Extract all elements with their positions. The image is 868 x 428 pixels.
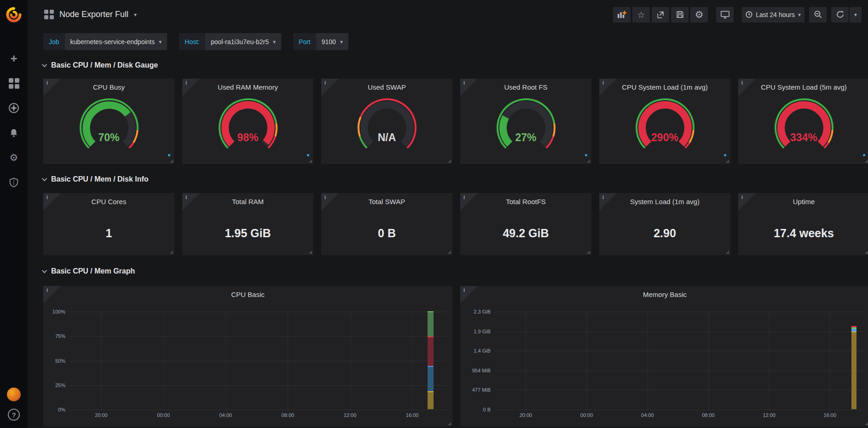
host-variable-label: Host: xyxy=(179,33,205,50)
panel-info-icon[interactable]: i xyxy=(741,194,743,200)
user-avatar[interactable] xyxy=(7,388,21,401)
panel-resize-handle[interactable] xyxy=(865,160,868,163)
panel-info-icon[interactable]: i xyxy=(741,80,743,86)
stacked-series-spike xyxy=(428,311,434,409)
refresh-button[interactable] xyxy=(831,7,849,23)
time-range-picker[interactable]: Last 24 hours ▾ xyxy=(742,7,804,23)
explore-compass-icon[interactable] xyxy=(8,103,19,114)
server-admin-shield-icon[interactable] xyxy=(8,177,19,188)
panel-resize-handle[interactable] xyxy=(587,160,590,163)
panel-title[interactable]: Total RootFS xyxy=(460,193,591,205)
y-axis-label: 0% xyxy=(43,407,65,412)
panel-resize-handle[interactable] xyxy=(448,160,451,163)
panel-title[interactable]: Total SWAP xyxy=(321,193,452,205)
graph-panel-memory-basic[interactable]: Memory Basic2.3 GiB1.9 GiB1.4 GiB954 MiB… xyxy=(460,286,868,427)
panel-info-icon[interactable]: i xyxy=(324,80,326,86)
port-variable-dropdown[interactable]: Port 9100▾ xyxy=(293,33,348,50)
stat-panel[interactable]: CPU Cores1i xyxy=(43,193,174,255)
graph-panel-cpu-basic[interactable]: CPU Basic100%75%50%25%0%20:0000:0004:000… xyxy=(43,286,452,427)
panel-info-icon[interactable]: i xyxy=(463,194,465,200)
gauge-value: 290% xyxy=(599,131,730,144)
gauge-panel[interactable]: Used SWAPN/Ai xyxy=(321,79,452,164)
graph-row: CPU Basic100%75%50%25%0%20:0000:0004:000… xyxy=(43,286,868,427)
section-gauge-header[interactable]: Basic CPU / Mem / Disk Gauge xyxy=(43,60,868,70)
panel-info-icon[interactable]: i xyxy=(602,194,604,200)
dashboards-icon[interactable] xyxy=(8,78,19,89)
grafana-logo[interactable] xyxy=(0,0,28,29)
configuration-gear-icon[interactable]: ⚙ xyxy=(8,152,19,163)
panel-resize-handle[interactable] xyxy=(170,251,173,254)
zoom-out-button[interactable] xyxy=(809,7,827,23)
panel-title[interactable]: Used SWAP xyxy=(321,79,452,91)
x-axis-label: 00:00 xyxy=(580,412,593,418)
help-icon[interactable]: ? xyxy=(8,409,20,421)
share-button[interactable] xyxy=(652,7,669,23)
panel-info-icon[interactable]: i xyxy=(463,287,465,293)
plot-area[interactable]: 100%75%50%25%0%20:0000:0004:0008:0012:00… xyxy=(69,312,448,410)
panel-info-icon[interactable]: i xyxy=(602,80,604,86)
panel-resize-handle[interactable] xyxy=(726,251,729,254)
x-axis-label: 20:00 xyxy=(520,412,532,418)
create-icon[interactable]: + xyxy=(8,53,19,64)
gauge-panel[interactable]: CPU System Load (1m avg)290%i xyxy=(599,79,730,164)
section-graph-header[interactable]: Basic CPU / Mem Graph xyxy=(43,266,868,276)
y-gridline xyxy=(494,312,865,312)
panel-title[interactable]: Used RAM Memory xyxy=(182,79,313,91)
title-dropdown-caret-icon[interactable]: ▾ xyxy=(134,11,137,18)
add-panel-button[interactable] xyxy=(613,7,631,23)
panel-resize-handle[interactable] xyxy=(865,422,868,425)
panel-info-fold xyxy=(43,193,61,211)
section-info-header[interactable]: Basic CPU / Mem / Disk Info xyxy=(43,174,868,184)
refresh-interval-dropdown[interactable]: ▾ xyxy=(850,7,862,23)
panel-title[interactable]: CPU Busy xyxy=(43,79,174,91)
panel-resize-handle[interactable] xyxy=(309,160,312,163)
panel-info-icon[interactable]: i xyxy=(46,194,48,200)
x-axis-label: 08:00 xyxy=(282,412,295,418)
star-button[interactable]: ☆ xyxy=(632,7,650,23)
gauge-panel[interactable]: CPU System Load (5m avg)334%i xyxy=(738,79,868,164)
panel-title[interactable]: Used Root FS xyxy=(460,79,591,91)
save-button[interactable] xyxy=(671,7,689,23)
panel-resize-handle[interactable] xyxy=(587,251,590,254)
stat-panel[interactable]: Uptime17.4 weeksi xyxy=(738,193,868,255)
panel-resize-handle[interactable] xyxy=(170,160,173,163)
panel-title[interactable]: CPU System Load (1m avg) xyxy=(599,79,730,91)
dashboard-settings-button[interactable]: ⚙ xyxy=(690,7,708,23)
panel-title[interactable]: Total RAM xyxy=(182,193,313,205)
panel-info-icon[interactable]: i xyxy=(46,80,48,86)
gauge-panel[interactable]: Used RAM Memory98%i xyxy=(182,79,313,164)
panel-title[interactable]: CPU System Load (5m avg) xyxy=(738,79,868,91)
panel-title[interactable]: CPU Basic xyxy=(43,286,452,298)
panel-title[interactable]: Uptime xyxy=(738,193,868,205)
host-variable-value: pool-ra1i3u7eu-b2r5 xyxy=(211,38,269,46)
x-axis-label: 08:00 xyxy=(702,412,715,418)
panel-info-icon[interactable]: i xyxy=(185,194,187,200)
job-variable-dropdown[interactable]: Job kubernetes-service-endpoints▾ xyxy=(43,33,167,50)
gauge-panel[interactable]: CPU Busy70%i xyxy=(43,79,174,164)
job-variable-value: kubernetes-service-endpoints xyxy=(70,38,155,46)
host-variable-dropdown[interactable]: Host: pool-ra1i3u7eu-b2r5▾ xyxy=(179,33,281,50)
stat-panel[interactable]: Total RootFS49.2 GiBi xyxy=(460,193,591,255)
panel-title[interactable]: CPU Cores xyxy=(43,193,174,205)
panel-info-icon[interactable]: i xyxy=(185,80,187,86)
port-variable-value: 9100 xyxy=(322,38,336,46)
dashboard-title[interactable]: Node Exporter Full xyxy=(59,10,128,19)
panel-info-icon[interactable]: i xyxy=(46,287,48,293)
stat-panel[interactable]: Total RAM1.95 GiBi xyxy=(182,193,313,255)
gauge-panel[interactable]: Used Root FS27%i xyxy=(460,79,591,164)
panel-resize-handle[interactable] xyxy=(865,251,868,254)
panel-info-icon[interactable]: i xyxy=(324,194,326,200)
panel-resize-handle[interactable] xyxy=(726,160,729,163)
panel-resize-handle[interactable] xyxy=(309,251,312,254)
panel-title[interactable]: Memory Basic xyxy=(460,286,868,298)
panel-title[interactable]: System Load (1m avg) xyxy=(599,193,730,205)
stat-panel[interactable]: Total SWAP0 Bi xyxy=(321,193,452,255)
cycle-view-monitor-button[interactable] xyxy=(716,7,734,23)
plot-area[interactable]: 2.3 GiB1.9 GiB1.4 GiB954 MiB477 MiB0 B20… xyxy=(494,312,865,410)
panel-info-icon[interactable]: i xyxy=(463,80,465,86)
panel-resize-handle[interactable] xyxy=(448,251,451,254)
stat-panel[interactable]: System Load (1m avg)2.90i xyxy=(599,193,730,255)
panel-resize-handle[interactable] xyxy=(448,422,451,425)
alerting-bell-icon[interactable] xyxy=(8,127,19,138)
y-gridline xyxy=(69,312,448,312)
